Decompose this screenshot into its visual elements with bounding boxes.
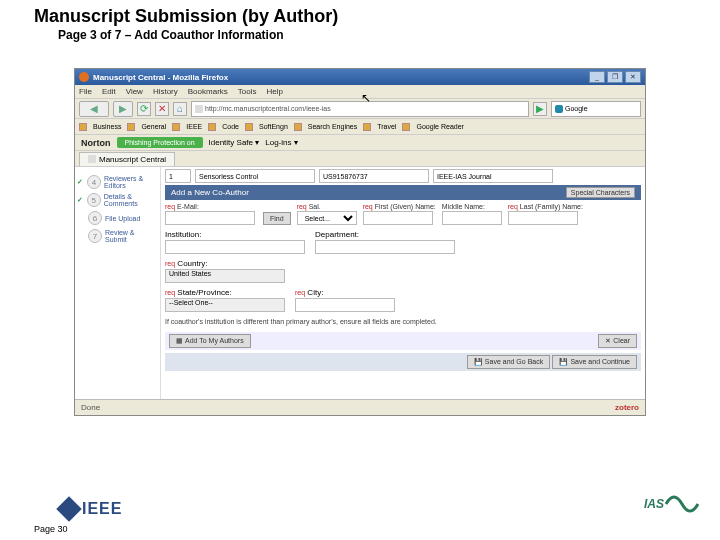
status-bar: Done zotero — [75, 399, 645, 415]
tab-manuscript-central[interactable]: Manuscript Central — [79, 152, 175, 166]
last-name-input[interactable] — [508, 211, 578, 225]
menu-edit[interactable]: Edit — [102, 87, 116, 96]
department-input[interactable] — [315, 240, 455, 254]
zotero-indicator[interactable]: zotero — [615, 403, 639, 412]
menu-file[interactable]: File — [79, 87, 92, 96]
menu-bookmarks[interactable]: Bookmarks — [188, 87, 228, 96]
bookmark-general[interactable]: General — [141, 123, 166, 130]
save-go-back-button[interactable]: 💾Save and Go Back — [467, 355, 550, 369]
url-text: http://mc.manuscriptcentral.com/ieee-ias — [205, 105, 331, 112]
step-4[interactable]: ✓4Reviewers & Editors — [77, 175, 158, 189]
main-panel: Add a New Co-Author Special Characters r… — [161, 167, 645, 399]
clear-button[interactable]: ✕Clear — [598, 334, 637, 348]
norton-brand: Norton — [81, 138, 111, 148]
add-to-authors-button[interactable]: ▦Add To My Authors — [169, 334, 251, 348]
special-characters-button[interactable]: Special Characters — [566, 187, 635, 198]
department-label: Department: — [315, 230, 455, 239]
salutation-label: req Sal. — [297, 203, 357, 210]
slide-page-number: Page 30 — [34, 524, 68, 534]
ias-text: IAS — [644, 497, 664, 511]
slide-subtitle: Page 3 of 7 – Add Coauthor Information — [58, 28, 284, 42]
close-button[interactable]: ✕ — [625, 71, 641, 83]
identity-safe-menu[interactable]: Identity Safe ▾ — [209, 138, 260, 147]
first-name-input[interactable] — [363, 211, 433, 225]
tab-bar: Manuscript Central — [75, 151, 645, 167]
step-5[interactable]: ✓5Details & Comments — [77, 193, 158, 207]
stop-button[interactable]: ✕ — [155, 102, 169, 116]
save-continue-button[interactable]: 💾Save and Continue — [552, 355, 637, 369]
folder-icon — [127, 123, 135, 131]
save-icon: 💾 — [559, 358, 568, 366]
go-button[interactable]: ▶ — [533, 102, 547, 116]
ieee-logo: IEEE — [60, 500, 122, 518]
page-content: ✓4Reviewers & Editors ✓5Details & Commen… — [75, 167, 645, 399]
menu-tools[interactable]: Tools — [238, 87, 257, 96]
tab-favicon-icon — [88, 155, 96, 163]
search-box[interactable]: Google — [551, 101, 641, 117]
ias-wave-icon — [664, 492, 700, 516]
folder-icon — [79, 123, 87, 131]
browser-window: ↖ Manuscript Central - Mozilla Firefox _… — [74, 68, 646, 416]
bookmark-reader[interactable]: Google Reader — [416, 123, 463, 130]
country-select[interactable]: United States — [165, 269, 285, 283]
city-input[interactable] — [295, 298, 395, 312]
email-input[interactable] — [165, 211, 255, 225]
state-select[interactable]: --Select One-- — [165, 298, 285, 312]
bookmark-business[interactable]: Business — [93, 123, 121, 130]
logins-menu[interactable]: Log-ins ▾ — [265, 138, 297, 147]
find-button[interactable]: Find — [263, 212, 291, 225]
folder-icon — [294, 123, 302, 131]
forward-button[interactable]: ▶ — [113, 101, 133, 117]
institution-label: Institution: — [165, 230, 305, 239]
clear-icon: ✕ — [605, 337, 611, 345]
folder-icon — [245, 123, 253, 131]
section-title: Add a New Co-Author — [171, 188, 249, 197]
email-label: req E-Mail: — [165, 203, 255, 210]
order-field[interactable] — [165, 169, 191, 183]
nav-toolbar: ◀ ▶ ⟳ ✕ ⌂ http://mc.manuscriptcentral.co… — [75, 99, 645, 119]
phishing-badge[interactable]: Phishing Protection on — [117, 137, 203, 148]
id-field[interactable] — [319, 169, 429, 183]
site-favicon-icon — [195, 105, 203, 113]
search-placeholder: Google — [565, 105, 588, 112]
window-title: Manuscript Central - Mozilla Firefox — [93, 73, 589, 82]
menu-view[interactable]: View — [126, 87, 143, 96]
ieee-diamond-icon — [56, 496, 81, 521]
bookmark-softengn[interactable]: SoftEngn — [259, 123, 288, 130]
add-author-row: ▦Add To My Authors ✕Clear — [165, 332, 641, 350]
step-6[interactable]: 6File Upload — [77, 211, 158, 225]
checkmark-icon: ✓ — [77, 178, 84, 186]
minimize-button[interactable]: _ — [589, 71, 605, 83]
menu-history[interactable]: History — [153, 87, 178, 96]
norton-toolbar: Norton Phishing Protection on Identity S… — [75, 135, 645, 151]
form-note: If coauthor's institution is different t… — [165, 318, 641, 326]
title-field[interactable] — [195, 169, 315, 183]
middle-name-input[interactable] — [442, 211, 502, 225]
reload-button[interactable]: ⟳ — [137, 102, 151, 116]
address-bar[interactable]: http://mc.manuscriptcentral.com/ieee-ias — [191, 101, 529, 117]
tab-label: Manuscript Central — [99, 155, 166, 164]
bookmark-ieee[interactable]: IEEE — [186, 123, 202, 130]
firefox-icon — [79, 72, 89, 82]
search-engine-icon — [555, 105, 563, 113]
ias-logo: IAS — [644, 492, 700, 516]
checkmark-icon: ✓ — [77, 196, 84, 204]
folder-icon — [208, 123, 216, 131]
slide-title: Manuscript Submission (by Author) — [34, 6, 338, 27]
journal-field[interactable] — [433, 169, 553, 183]
status-text: Done — [81, 403, 100, 412]
bookmark-code[interactable]: Code — [222, 123, 239, 130]
maximize-button[interactable]: ❐ — [607, 71, 623, 83]
bookmark-search[interactable]: Search Engines — [308, 123, 357, 130]
institution-input[interactable] — [165, 240, 305, 254]
back-button[interactable]: ◀ — [79, 101, 109, 117]
plus-icon: ▦ — [176, 337, 183, 345]
step-7[interactable]: 7Review & Submit — [77, 229, 158, 243]
bookmark-travel[interactable]: Travel — [377, 123, 396, 130]
salutation-select[interactable]: Select... — [297, 211, 357, 225]
window-titlebar: Manuscript Central - Mozilla Firefox _ ❐… — [75, 69, 645, 85]
last-name-label: req Last (Family) Name: — [508, 203, 583, 210]
home-button[interactable]: ⌂ — [173, 102, 187, 116]
menu-help[interactable]: Help — [266, 87, 282, 96]
bookmarks-toolbar: Business General IEEE Code SoftEngn Sear… — [75, 119, 645, 135]
